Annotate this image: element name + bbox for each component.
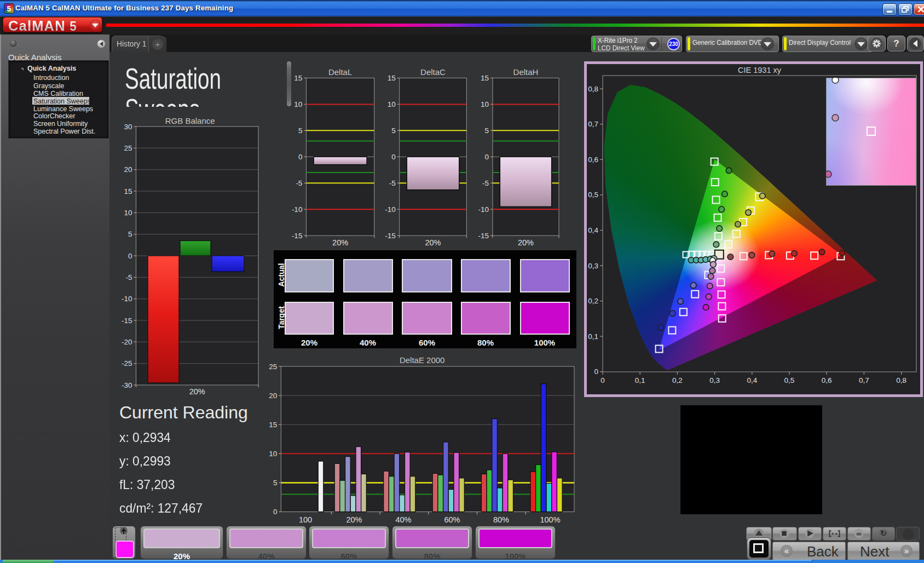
svg-text:0,2: 0,2 (588, 297, 598, 305)
svg-text:0,6: 0,6 (822, 376, 832, 384)
svg-text:20%: 20% (346, 515, 362, 524)
svg-text:20: 20 (269, 392, 277, 400)
svg-text:0,2: 0,2 (672, 376, 683, 384)
svg-text:10: 10 (481, 100, 489, 108)
svg-text:5: 5 (273, 479, 278, 487)
svg-text:↻: ↻ (880, 529, 887, 538)
svg-text:0: 0 (594, 367, 598, 376)
svg-text:15: 15 (124, 187, 132, 196)
svg-text:-15: -15 (478, 232, 489, 240)
svg-text:∞: ∞ (856, 530, 862, 538)
svg-text:DeltaE 2000: DeltaE 2000 (400, 355, 445, 365)
svg-text:0,3: 0,3 (588, 262, 598, 270)
svg-text:-30: -30 (122, 381, 132, 389)
svg-text:0,4: 0,4 (588, 226, 598, 234)
svg-text:5: 5 (298, 127, 303, 135)
svg-text:DeltaL: DeltaL (328, 67, 352, 77)
svg-text:0,3: 0,3 (709, 376, 720, 384)
svg-text:20: 20 (124, 165, 132, 174)
svg-text:10: 10 (388, 100, 396, 108)
svg-text:0,7: 0,7 (588, 120, 598, 128)
svg-text:10: 10 (124, 209, 132, 217)
svg-text:-15: -15 (385, 232, 396, 240)
svg-text:DeltaH: DeltaH (513, 67, 539, 77)
svg-text:0: 0 (298, 153, 303, 161)
svg-text:20%: 20% (189, 387, 205, 396)
svg-text:5: 5 (391, 127, 396, 135)
svg-text:15: 15 (388, 74, 396, 82)
svg-text:0: 0 (484, 153, 489, 161)
svg-text:-5: -5 (389, 179, 396, 187)
svg-text:15: 15 (481, 74, 489, 82)
svg-text:25: 25 (124, 144, 132, 152)
svg-text:100%: 100% (540, 515, 560, 524)
svg-text:0: 0 (273, 508, 278, 516)
svg-text:0,1: 0,1 (635, 376, 645, 384)
svg-text:10: 10 (269, 450, 277, 458)
svg-text:0: 0 (391, 153, 396, 161)
svg-text:15: 15 (269, 421, 277, 429)
svg-text:0,6: 0,6 (588, 156, 598, 164)
svg-text:-10: -10 (385, 205, 396, 214)
svg-text:10: 10 (294, 100, 302, 108)
svg-text:RGB Balance: RGB Balance (165, 116, 215, 125)
svg-text:30: 30 (124, 123, 132, 131)
svg-text:-10: -10 (292, 205, 303, 214)
svg-text:-5: -5 (482, 179, 489, 187)
svg-text:0,5: 0,5 (784, 376, 795, 384)
svg-text:-10: -10 (122, 295, 132, 303)
svg-text:5: 5 (484, 127, 489, 135)
svg-text:20%: 20% (332, 238, 348, 247)
svg-text:0: 0 (128, 252, 132, 260)
svg-text:20%: 20% (425, 238, 441, 247)
svg-text:20%: 20% (518, 238, 534, 247)
svg-text:100: 100 (299, 515, 312, 524)
svg-text:80%: 80% (493, 515, 509, 524)
svg-text:60%: 60% (444, 515, 460, 524)
svg-text:DeltaC: DeltaC (420, 67, 446, 77)
svg-text:-10: -10 (478, 205, 489, 214)
svg-text:0,8: 0,8 (588, 85, 598, 93)
svg-text:0: 0 (600, 376, 605, 384)
svg-text:-5: -5 (125, 273, 132, 282)
svg-text:25: 25 (269, 363, 277, 371)
svg-text:0,8: 0,8 (896, 376, 906, 384)
svg-text:CIE 1931 xy: CIE 1931 xy (738, 66, 782, 74)
svg-text:-5: -5 (296, 179, 302, 187)
svg-text:0,5: 0,5 (588, 191, 598, 199)
svg-text:0,1: 0,1 (588, 332, 598, 341)
svg-text:-15: -15 (122, 317, 132, 325)
svg-text:0,7: 0,7 (859, 376, 869, 384)
svg-text:-25: -25 (122, 359, 132, 367)
svg-text:-20: -20 (122, 338, 132, 346)
svg-text:15: 15 (294, 74, 302, 82)
svg-text:-15: -15 (292, 232, 303, 240)
svg-text:5: 5 (128, 230, 132, 238)
svg-text:40%: 40% (395, 515, 411, 524)
svg-text:0,4: 0,4 (747, 376, 757, 384)
